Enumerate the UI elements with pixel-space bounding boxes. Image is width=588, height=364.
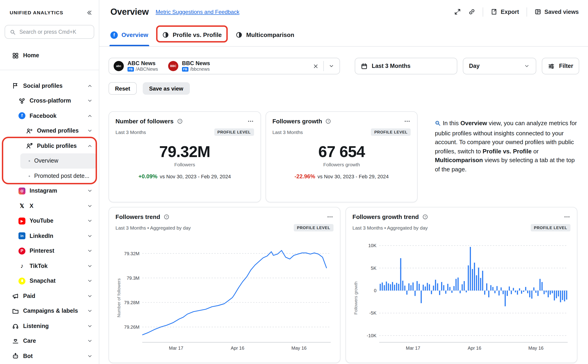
chevron-down-icon[interactable] [86, 353, 93, 359]
chevron-down-icon[interactable] [86, 203, 93, 209]
chevron-down-icon[interactable] [86, 293, 93, 299]
svg-text:-5K: -5K [369, 310, 377, 316]
sidebar-item-tiktok[interactable]: ♪ TikTok [0, 259, 99, 273]
sidebar-item-snapchat[interactable]: Snapchat [0, 273, 99, 288]
sidebar-item-facebook[interactable]: f Facebook [0, 108, 99, 123]
followers-growth-trend-chart: 10K5K0-5K-10KMar 17Apr 16May 16 [359, 235, 570, 353]
copy-link-icon[interactable] [468, 8, 475, 15]
facebook-icon: f [19, 112, 26, 119]
sidebar-item-owned-profiles[interactable]: Owned profiles [0, 123, 99, 138]
facebook-icon: f [110, 31, 118, 39]
growth-value: 67 654 [272, 143, 411, 161]
granularity-select[interactable]: Day [463, 58, 536, 74]
chevron-down-icon[interactable] [86, 323, 93, 329]
filter-button[interactable]: Filter [542, 58, 579, 74]
x-icon: 𝕏 [19, 203, 26, 209]
chevron-down-icon[interactable] [86, 278, 93, 284]
export-button[interactable]: Export [491, 8, 519, 15]
sidebar-item-promoted-post-detection[interactable]: Promoted post dete... [0, 168, 99, 183]
more-menu-icon[interactable] [327, 213, 334, 220]
chevron-up-icon[interactable] [86, 113, 93, 119]
svg-text:Mar 17: Mar 17 [406, 345, 420, 351]
followers-growth-trend-card: Followers growth trend ? Last 3 Months •… [345, 207, 577, 363]
tab-multicomparison[interactable]: Multicomparison [236, 24, 294, 46]
reset-button[interactable]: Reset [109, 82, 136, 95]
sidebar-item-listening[interactable]: Listening [0, 318, 99, 333]
calendar-icon [361, 63, 368, 70]
chevron-down-icon[interactable] [86, 248, 93, 254]
search-input[interactable] [19, 29, 90, 35]
chevron-down-icon[interactable] [86, 218, 93, 224]
youtube-icon: ▶ [19, 218, 26, 225]
listening-headphones-icon [12, 323, 19, 330]
chevron-down-icon[interactable] [86, 188, 93, 194]
sidebar-item-care[interactable]: Care [0, 333, 99, 349]
svg-text:May 16: May 16 [291, 345, 307, 351]
chevron-up-icon[interactable] [86, 143, 93, 149]
sidebar-collapse-icon[interactable] [85, 9, 92, 16]
sidebar-item-x[interactable]: 𝕏 X [0, 198, 99, 213]
sidebar-item-cross-platform[interactable]: Cross-platform [0, 93, 99, 108]
chevron-down-icon[interactable] [86, 263, 93, 269]
content: abc ABC News FB /ABCNews BBC BBC News [99, 47, 588, 364]
saved-views-button[interactable]: Saved views [534, 8, 579, 15]
tab-overview[interactable]: f Overview [110, 24, 148, 46]
svg-text:79.28M: 79.28M [124, 300, 140, 305]
expand-icon[interactable] [454, 8, 461, 15]
divider [526, 7, 527, 16]
svg-text:79.32M: 79.32M [124, 251, 140, 256]
svg-text:10K: 10K [368, 243, 376, 248]
more-menu-icon[interactable] [404, 118, 411, 125]
chevron-down-icon[interactable] [86, 308, 93, 314]
help-icon[interactable]: ? [325, 118, 331, 124]
sidebar-item-campaigns-labels[interactable]: Campaigns & labels [0, 304, 99, 318]
clear-profiles-icon[interactable] [312, 63, 319, 69]
followers-growth-card: Followers growth ? Last 3 Months PROFILE… [265, 111, 418, 202]
divider [323, 61, 323, 71]
tab-profile-vs-profile[interactable]: Profile vs. Profile [162, 24, 222, 46]
help-icon[interactable]: ? [422, 214, 428, 220]
metric-suggestions-link[interactable]: Metric Suggestions and Feedback [156, 8, 239, 15]
paid-megaphone-icon [12, 293, 19, 299]
chevron-down-icon[interactable] [86, 233, 93, 239]
sidebar-item-paid[interactable]: Paid [0, 288, 99, 304]
more-menu-icon[interactable] [563, 213, 570, 220]
sidebar-item-linkedin[interactable]: in LinkedIn [0, 228, 99, 243]
sidebar-item-bot[interactable]: Bot [0, 349, 99, 364]
sidebar-item-pinterest[interactable]: P Pinterest [0, 243, 99, 259]
more-menu-icon[interactable] [247, 118, 254, 125]
main-area: Overview Metric Suggestions and Feedback… [99, 0, 588, 364]
page-header: Overview Metric Suggestions and Feedback… [99, 0, 588, 24]
sidebar-item-public-profiles[interactable]: Public profiles [0, 138, 99, 153]
pinterest-icon: P [19, 247, 26, 254]
chevron-down-icon[interactable] [86, 128, 93, 134]
chevron-down-icon[interactable] [86, 338, 93, 344]
svg-text:79.3M: 79.3M [127, 276, 140, 281]
sidebar-item-home[interactable]: Home [0, 48, 99, 63]
svg-text:5K: 5K [371, 266, 377, 271]
chevron-down-icon[interactable] [86, 98, 93, 104]
sidebar-divider [0, 70, 99, 70]
page-title: Overview [110, 7, 149, 17]
campaigns-folder-icon [12, 308, 19, 315]
chevron-up-icon[interactable] [86, 83, 93, 89]
svg-text:?: ? [424, 215, 426, 219]
help-icon[interactable]: ? [177, 118, 183, 124]
sidebar-item-overview[interactable]: Overview [20, 153, 97, 168]
sidebar-item-label: Home [23, 52, 39, 59]
cross-platform-icon [19, 98, 26, 104]
svg-text:Mar 17: Mar 17 [169, 345, 183, 351]
sidebar-item-instagram[interactable]: Instagram [0, 183, 99, 198]
profile-dropdown-chevron-icon[interactable] [328, 63, 335, 69]
sidebar-item-youtube[interactable]: ▶ YouTube [0, 213, 99, 228]
sidebar: UNIFIED ANALYTICS Home Social profiles [0, 0, 99, 364]
save-as-view-button[interactable]: Save as view [142, 82, 190, 95]
sidebar-item-social-profiles[interactable]: Social profiles [0, 78, 99, 93]
y-axis-label: Followers growth [352, 235, 359, 353]
divider [483, 7, 483, 16]
profile-selector[interactable]: abc ABC News FB /ABCNews BBC BBC News [109, 58, 340, 74]
profile-level-badge: PROFILE LEVEL [531, 224, 570, 231]
help-icon[interactable]: ? [163, 214, 169, 220]
search-box[interactable] [5, 25, 94, 39]
date-range-picker[interactable]: Last 3 Months [355, 58, 457, 74]
